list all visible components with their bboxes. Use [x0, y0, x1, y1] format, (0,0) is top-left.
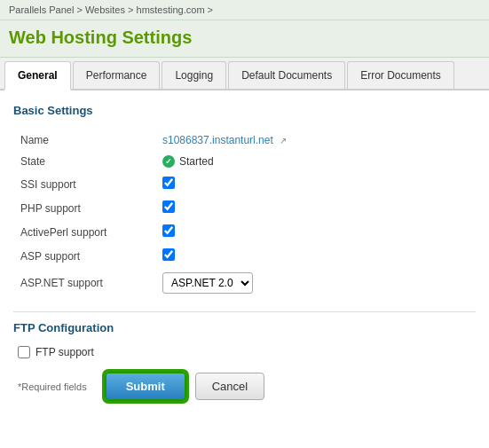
php-checkbox[interactable]: [162, 200, 175, 213]
table-row: ActivePerl support: [13, 220, 476, 244]
ftp-section: FTP Configuration FTP support: [13, 321, 476, 358]
status-started: Started: [162, 155, 469, 168]
ftp-label: FTP support: [35, 346, 94, 358]
external-link-icon: ↗: [280, 136, 287, 145]
name-label: Name: [13, 129, 155, 151]
tab-error-documents[interactable]: Error Documents: [347, 61, 454, 89]
state-label: State: [13, 151, 155, 172]
aspnet-label: ASP.NET support: [13, 268, 155, 298]
started-icon: [162, 155, 175, 168]
table-row: PHP support: [13, 196, 476, 220]
aspnet-select[interactable]: ASP.NET 2.0 ASP.NET 4.0 None: [162, 272, 253, 294]
state-value: Started: [155, 151, 476, 172]
required-note: *Required fields: [18, 381, 87, 392]
submit-button[interactable]: Submit: [105, 372, 186, 401]
name-value: s1086837.instanturl.net ↗: [155, 129, 476, 151]
breadcrumb-domain[interactable]: hmstesting.com: [137, 4, 205, 15]
table-row: State Started: [13, 151, 476, 172]
footer-row: *Required fields Submit Cancel: [13, 372, 476, 401]
main-content: Basic Settings Name s1086837.instanturl.…: [0, 90, 489, 414]
php-value: [155, 196, 476, 220]
tab-default-documents[interactable]: Default Documents: [228, 61, 345, 89]
table-row: Name s1086837.instanturl.net ↗: [13, 129, 476, 151]
tab-performance[interactable]: Performance: [73, 61, 161, 89]
ssi-label: SSI support: [13, 172, 155, 196]
asp-value: [155, 244, 476, 268]
page-title: Web Hosting Settings: [9, 28, 480, 48]
ftp-support-row: FTP support: [13, 346, 476, 358]
basic-settings-table: Name s1086837.instanturl.net ↗ State Sta…: [13, 129, 476, 298]
breadcrumb-parallels[interactable]: Parallels Panel: [9, 4, 74, 15]
cancel-button[interactable]: Cancel: [195, 373, 264, 400]
ssi-value: [155, 172, 476, 196]
tab-general[interactable]: General: [4, 61, 71, 90]
section-divider: [13, 311, 476, 312]
asp-checkbox[interactable]: [162, 248, 175, 261]
tab-logging[interactable]: Logging: [162, 61, 226, 89]
table-row: SSI support: [13, 172, 476, 196]
table-row: ASP support: [13, 244, 476, 268]
php-label: PHP support: [13, 196, 155, 220]
basic-settings-heading: Basic Settings: [13, 104, 476, 120]
asp-label: ASP support: [13, 244, 155, 268]
activeperl-checkbox[interactable]: [162, 224, 175, 237]
aspnet-value: ASP.NET 2.0 ASP.NET 4.0 None: [155, 268, 476, 298]
page-title-container: Web Hosting Settings: [0, 20, 489, 58]
activeperl-value: [155, 220, 476, 244]
activeperl-label: ActivePerl support: [13, 220, 155, 244]
name-link[interactable]: s1086837.instanturl.net: [162, 134, 273, 146]
breadcrumb: Parallels Panel > Websites > hmstesting.…: [0, 0, 489, 20]
ftp-checkbox[interactable]: [18, 346, 30, 358]
ssi-checkbox[interactable]: [162, 177, 175, 189]
table-row: ASP.NET support ASP.NET 2.0 ASP.NET 4.0 …: [13, 268, 476, 298]
tab-bar: General Performance Logging Default Docu…: [0, 58, 489, 90]
state-text: Started: [179, 155, 214, 168]
breadcrumb-websites[interactable]: Websites: [85, 4, 125, 15]
ftp-heading: FTP Configuration: [13, 321, 476, 337]
